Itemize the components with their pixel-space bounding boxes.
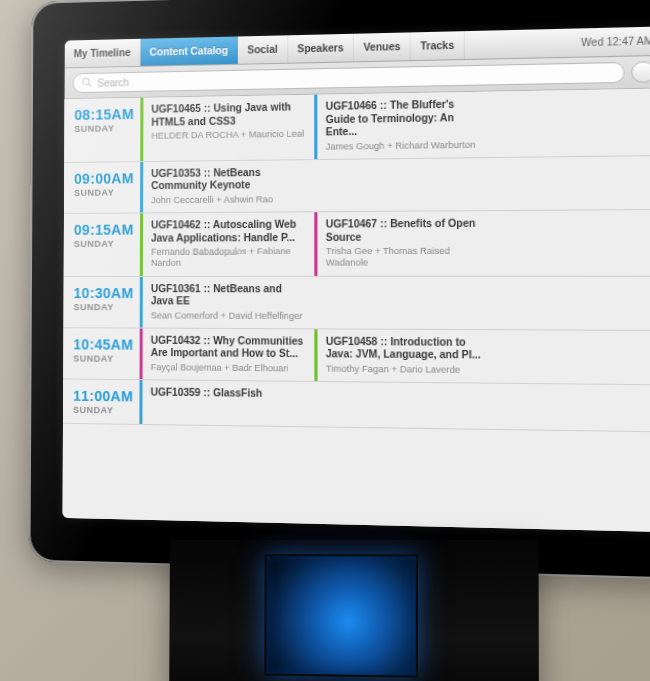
session-speakers: Sean Comerford + David Heffelfinger bbox=[151, 310, 306, 322]
time-column: 08:15AMSUNDAY bbox=[64, 98, 140, 162]
time-column: 10:30AMSUNDAY bbox=[63, 276, 139, 327]
session-card[interactable]: UGF10361 :: NetBeans and Java EESean Com… bbox=[140, 276, 315, 328]
session-speakers: Fayçal Boujemaa + Badr Elhouari bbox=[151, 362, 306, 375]
search-field[interactable] bbox=[73, 62, 625, 93]
time-slot: 11:00AMSUNDAYUGF10359 :: GlassFish bbox=[63, 379, 650, 432]
session-title: UGF10353 :: NetBeans Community Keynote bbox=[151, 166, 306, 193]
slot-day: SUNDAY bbox=[74, 123, 134, 134]
slot-time: 08:15AM bbox=[74, 106, 134, 123]
session-title: UGF10465 :: Using Java with HTML5 and CS… bbox=[151, 101, 306, 129]
session-speakers: Fernando Babadopulos + Fabiane Nardon bbox=[151, 246, 306, 269]
slot-time: 09:15AM bbox=[74, 222, 134, 238]
session-title: UGF10432 :: Why Communities Are Importan… bbox=[151, 334, 306, 361]
time-slot: 10:45AMSUNDAYUGF10432 :: Why Communities… bbox=[63, 328, 650, 385]
time-slot: 09:15AMSUNDAYUGF10462 :: Autoscaling Web… bbox=[64, 210, 650, 276]
session-title: UGF10466 :: The Bluffer's Guide to Termi… bbox=[326, 98, 486, 139]
session-card[interactable]: UGF10462 :: Autoscaling Web Java Applica… bbox=[140, 212, 314, 275]
session-title: UGF10361 :: NetBeans and Java EE bbox=[151, 283, 306, 309]
schedule-list[interactable]: 08:15AMSUNDAYUGF10465 :: Using Java with… bbox=[63, 89, 650, 533]
kiosk-stand bbox=[169, 540, 539, 681]
slot-day: SUNDAY bbox=[73, 353, 133, 364]
tab-speakers[interactable]: Speakers bbox=[288, 34, 354, 63]
session-speakers bbox=[151, 401, 306, 403]
tab-social[interactable]: Social bbox=[238, 35, 288, 63]
tab-venues[interactable]: Venues bbox=[354, 32, 411, 61]
time-slot: 09:00AMSUNDAYUGF10353 :: NetBeans Commun… bbox=[64, 156, 650, 214]
session-card[interactable]: UGF10466 :: The Bluffer's Guide to Termi… bbox=[314, 92, 494, 159]
session-card[interactable]: UGF10432 :: Why Communities Are Importan… bbox=[140, 328, 315, 381]
session-card[interactable]: UGF10467 :: Benefits of Open SourceTrish… bbox=[314, 211, 495, 275]
session-speakers: Trisha Gee + Thomas Raised Wadanole bbox=[326, 246, 486, 270]
session-group: UGF10462 :: Autoscaling Web Java Applica… bbox=[140, 210, 650, 275]
svg-line-1 bbox=[88, 84, 91, 87]
search-input[interactable] bbox=[97, 67, 614, 88]
slot-day: SUNDAY bbox=[74, 239, 134, 249]
session-group: UGF10432 :: Why Communities Are Importan… bbox=[140, 328, 650, 384]
time-column: 09:00AMSUNDAY bbox=[64, 162, 140, 213]
session-title: UGF10462 :: Autoscaling Web Java Applica… bbox=[151, 218, 306, 244]
time-slot: 08:15AMSUNDAYUGF10465 :: Using Java with… bbox=[64, 89, 650, 163]
session-speakers: Timothy Fagan + Dario Laverde bbox=[326, 363, 487, 376]
time-column: 11:00AMSUNDAY bbox=[63, 379, 139, 423]
session-card[interactable]: UGF10465 :: Using Java with HTML5 and CS… bbox=[140, 95, 314, 161]
time-slot: 10:30AMSUNDAYUGF10361 :: NetBeans and Ja… bbox=[63, 276, 650, 330]
scanner-window bbox=[264, 554, 418, 677]
tab-spacer bbox=[465, 29, 571, 59]
slot-time: 10:45AM bbox=[73, 336, 133, 353]
slot-day: SUNDAY bbox=[73, 405, 133, 416]
tab-content-catalog[interactable]: Content Catalog bbox=[141, 36, 239, 65]
session-speakers: John Ceccarelli + Ashwin Rao bbox=[151, 194, 306, 207]
session-title: UGF10467 :: Benefits of Open Source bbox=[326, 217, 486, 244]
session-title: UGF10458 :: Introduction to Java: JVM, L… bbox=[326, 335, 487, 362]
session-title: UGF10359 :: GlassFish bbox=[151, 386, 306, 401]
time-column: 09:15AMSUNDAY bbox=[64, 213, 140, 275]
slot-time: 11:00AM bbox=[73, 388, 133, 405]
session-group: UGF10359 :: GlassFish bbox=[139, 380, 650, 431]
search-icon bbox=[81, 74, 92, 92]
tab-my-timeline[interactable]: My Timeline bbox=[65, 39, 141, 68]
slot-time: 10:30AM bbox=[74, 285, 134, 301]
session-group: UGF10361 :: NetBeans and Java EESean Com… bbox=[140, 276, 650, 329]
slot-day: SUNDAY bbox=[74, 187, 134, 198]
app-screen: My Timeline Content Catalog Social Speak… bbox=[63, 26, 650, 532]
search-button[interactable] bbox=[631, 61, 650, 82]
session-group: UGF10353 :: NetBeans Community KeynoteJo… bbox=[140, 156, 650, 213]
session-speakers: James Gough + Richard Warburton bbox=[326, 139, 486, 153]
session-card[interactable]: UGF10359 :: GlassFish bbox=[139, 380, 314, 426]
session-speakers: HELDER DA ROCHA + Mauricio Leal bbox=[151, 129, 306, 143]
time-column: 10:45AMSUNDAY bbox=[63, 328, 139, 379]
session-card[interactable]: UGF10458 :: Introduction to Java: JVM, L… bbox=[314, 329, 495, 383]
slot-time: 09:00AM bbox=[74, 170, 134, 187]
tab-tracks[interactable]: Tracks bbox=[411, 31, 465, 60]
clock: Wed 12:47 AM bbox=[570, 26, 650, 56]
slot-day: SUNDAY bbox=[74, 302, 134, 312]
session-group: UGF10465 :: Using Java with HTML5 and CS… bbox=[140, 89, 650, 161]
kiosk-monitor: My Timeline Content Catalog Social Speak… bbox=[28, 0, 650, 580]
session-card[interactable]: UGF10353 :: NetBeans Community KeynoteJo… bbox=[140, 160, 314, 213]
